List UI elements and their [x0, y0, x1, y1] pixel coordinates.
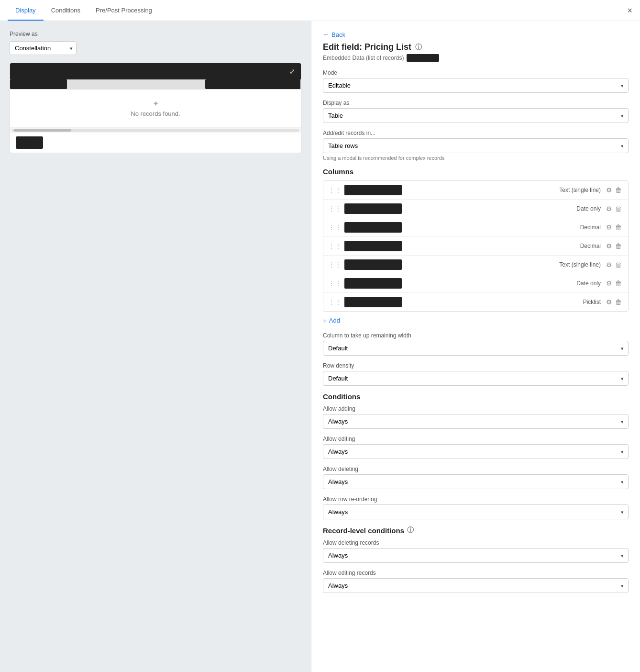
allow-reordering-label: Allow row re-ordering — [323, 496, 629, 503]
field-title: Edit field: Pricing List ⓘ — [323, 42, 629, 52]
column-settings-btn-5[interactable]: ⚙ — [605, 261, 614, 269]
drag-handle-6[interactable]: ⋮⋮ — [328, 280, 342, 287]
record-conditions-title: Record-level conditions ⓘ — [323, 526, 629, 535]
column-settings-btn-2[interactable]: ⚙ — [605, 205, 614, 213]
mode-group: Mode Editable Read only — [323, 69, 629, 93]
column-width-label: Column to take up remaining width — [323, 332, 629, 339]
preview-select-container: Constellation Default Grid — [10, 41, 77, 55]
column-type-3: Decimal — [402, 224, 605, 231]
column-delete-btn-3[interactable]: 🗑 — [614, 224, 623, 231]
add-edit-hint: Using a modal is recommended for complex… — [323, 155, 629, 161]
col-header-1 — [10, 79, 67, 89]
conditions-section-title: Conditions — [323, 392, 629, 401]
expand-icon[interactable]: ⤢ — [289, 67, 295, 75]
add-edit-label: Add/edit records in... — [323, 130, 629, 136]
column-settings-btn-1[interactable]: ⚙ — [605, 186, 614, 194]
column-delete-btn-2[interactable]: 🗑 — [614, 205, 623, 213]
col-header-2 — [67, 79, 113, 89]
column-delete-btn-6[interactable]: 🗑 — [614, 280, 623, 287]
allow-editing-label: Allow editing — [323, 436, 629, 442]
col-header-4 — [159, 79, 205, 89]
column-row-7: ⋮⋮ Picklist ⚙ 🗑 — [323, 293, 628, 311]
tab-display[interactable]: Display — [8, 1, 44, 21]
allow-deleting-records-group: Allow deleting records Always Never Cond… — [323, 539, 629, 563]
display-as-label: Display as — [323, 100, 629, 106]
record-conditions-info-icon[interactable]: ⓘ — [407, 526, 414, 535]
preview-title-bar: List ⤢ — [10, 63, 301, 79]
allow-editing-records-label: Allow editing records — [323, 570, 629, 576]
table-body: ✦ No records found. — [10, 90, 301, 127]
row-density-label: Row density — [323, 362, 629, 369]
row-density-select[interactable]: Default — [323, 371, 629, 386]
allow-adding-select[interactable]: Always Never Conditional — [323, 414, 629, 429]
back-arrow-icon: ← — [323, 31, 330, 38]
allow-deleting-select[interactable]: Always Never Conditional — [323, 474, 629, 489]
table-header-row — [10, 79, 301, 90]
column-type-2: Date only — [402, 205, 605, 212]
add-row-button[interactable]: Add — [16, 136, 43, 149]
field-title-text: Edit field: Pricing List — [323, 42, 411, 52]
mode-select[interactable]: Editable Read only — [323, 78, 629, 93]
add-edit-group: Add/edit records in... Table rows Modal … — [323, 130, 629, 161]
info-icon[interactable]: ⓘ — [415, 43, 422, 52]
column-delete-btn-7[interactable]: 🗑 — [614, 298, 623, 306]
column-type-5: Text (single line) — [402, 261, 605, 268]
drag-handle-1[interactable]: ⋮⋮ — [328, 186, 342, 194]
column-width-select[interactable]: Default — [323, 341, 629, 356]
column-delete-btn-4[interactable]: 🗑 — [614, 242, 623, 250]
scrollbar-area[interactable] — [10, 127, 301, 133]
preview-box-title: List — [16, 67, 54, 76]
column-row-2: ⋮⋮ Date only ⚙ 🗑 — [323, 200, 628, 218]
tab-prepost[interactable]: Pre/Post Processing — [88, 1, 160, 21]
drag-handle-3[interactable]: ⋮⋮ — [328, 224, 342, 231]
column-name-block-2 — [344, 203, 402, 214]
allow-editing-records-select-wrap: Always Never Conditional — [323, 578, 629, 593]
preview-as-select[interactable]: Constellation Default Grid — [10, 41, 77, 55]
field-subtitle-text: Embedded Data (list of records) — [323, 55, 404, 61]
column-name-block-3 — [344, 222, 402, 233]
drag-handle-5[interactable]: ⋮⋮ — [328, 261, 342, 269]
no-records-text: No records found. — [131, 110, 180, 117]
allow-deleting-records-select[interactable]: Always Never Conditional — [323, 548, 629, 563]
display-as-select[interactable]: Table List Grid — [323, 108, 629, 123]
tab-conditions[interactable]: Conditions — [44, 1, 88, 21]
allow-deleting-label: Allow deleting — [323, 466, 629, 472]
column-type-6: Date only — [402, 280, 605, 287]
close-button[interactable]: × — [627, 5, 632, 15]
allow-editing-records-select[interactable]: Always Never Conditional — [323, 578, 629, 593]
column-name-block-4 — [344, 241, 402, 251]
column-delete-btn-1[interactable]: 🗑 — [614, 186, 623, 194]
column-settings-btn-4[interactable]: ⚙ — [605, 242, 614, 250]
columns-section-title: Columns — [323, 168, 629, 176]
add-column-label: Add — [329, 317, 340, 324]
drag-handle-4[interactable]: ⋮⋮ — [328, 242, 342, 250]
display-as-group: Display as Table List Grid — [323, 100, 629, 123]
drag-handle-2[interactable]: ⋮⋮ — [328, 205, 342, 213]
drag-handle-7[interactable]: ⋮⋮ — [328, 298, 342, 306]
preview-label: Preview as — [10, 31, 301, 37]
scrollbar-track — [12, 129, 299, 132]
allow-reordering-select[interactable]: Always Never Conditional — [323, 504, 629, 519]
column-row-4: ⋮⋮ Decimal ⚙ 🗑 — [323, 237, 628, 256]
add-column-link[interactable]: + Add — [323, 316, 629, 325]
preview-box: List ⤢ ✦ No records found. — [10, 63, 301, 153]
column-delete-btn-5[interactable]: 🗑 — [614, 261, 623, 269]
add-plus-icon: + — [323, 316, 327, 325]
plus-icon: ✦ — [153, 99, 159, 108]
allow-adding-select-wrap: Always Never Conditional — [323, 414, 629, 429]
column-settings-btn-3[interactable]: ⚙ — [605, 224, 614, 231]
preview-footer: Add — [10, 133, 301, 153]
back-link[interactable]: ← Back — [323, 31, 629, 38]
column-settings-btn-7[interactable]: ⚙ — [605, 298, 614, 306]
allow-editing-select[interactable]: Always Never Conditional — [323, 444, 629, 459]
main-layout: Preview as Constellation Default Grid Li… — [0, 21, 640, 672]
redacted-badge — [407, 54, 439, 62]
back-label: Back — [331, 31, 345, 38]
column-name-block-7 — [344, 297, 402, 307]
col-header-5 — [205, 79, 301, 89]
add-edit-select[interactable]: Table rows Modal — [323, 138, 629, 153]
column-settings-btn-6[interactable]: ⚙ — [605, 280, 614, 287]
allow-reordering-group: Allow row re-ordering Always Never Condi… — [323, 496, 629, 519]
column-row-3: ⋮⋮ Decimal ⚙ 🗑 — [323, 218, 628, 237]
column-type-4: Decimal — [402, 243, 605, 249]
